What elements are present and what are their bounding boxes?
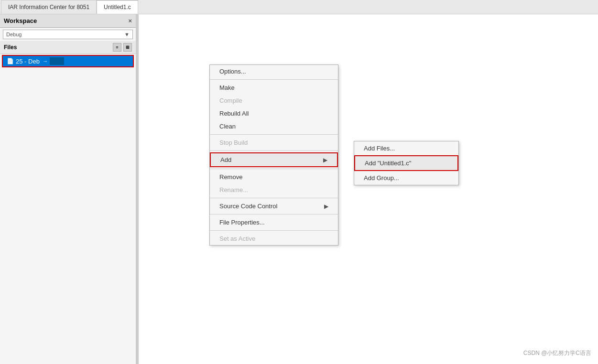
menu-separator-5 xyxy=(210,198,338,198)
workspace-panel: Workspace × Debug ▼ Files ≡ ⊞ 📄 25 - Deb… xyxy=(0,14,136,364)
workspace-close-button[interactable]: × xyxy=(128,17,132,24)
menu-separator-1 xyxy=(210,79,338,80)
menu-separator-7 xyxy=(210,230,338,231)
submenu-item-add-group[interactable]: Add Group... xyxy=(354,171,458,185)
submenu-add: Add Files... Add "Untitled1.c" Add Group… xyxy=(354,141,459,185)
submenu-item-add-untitled1c[interactable]: Add "Untitled1.c" xyxy=(354,155,458,171)
file-icon: 📄 xyxy=(7,58,14,64)
files-icons-area: ≡ ⊞ xyxy=(113,43,132,52)
menu-item-set-as-active: Set as Active xyxy=(210,232,338,245)
scc-submenu-arrow: ▶ xyxy=(324,203,328,210)
files-icon-1: ≡ xyxy=(113,43,121,52)
menu-item-rename: Rename... xyxy=(210,183,338,196)
debug-dropdown[interactable]: Debug ▼ xyxy=(3,30,133,39)
menu-item-compile: Compile xyxy=(210,94,338,107)
workspace-selected-item[interactable]: 📄 25 - Deb → xyxy=(2,55,134,67)
menu-item-source-code-control[interactable]: Source Code Control ▶ xyxy=(210,200,338,213)
context-menu: Options... Make Compile Rebuild All Cl xyxy=(209,64,338,246)
submenu-item-add-files[interactable]: Add Files... xyxy=(354,141,458,155)
workspace-title-bar: Workspace × xyxy=(0,14,136,28)
menu-item-remove[interactable]: Remove xyxy=(210,171,338,183)
content-area: Options... Make Compile Rebuild All Cl xyxy=(139,14,598,364)
menu-item-clean[interactable]: Clean xyxy=(210,120,338,133)
workspace-title: Workspace xyxy=(4,17,37,24)
menu-separator-3 xyxy=(210,150,338,151)
menu-item-stop-build: Stop Build xyxy=(210,136,338,149)
menu-item-make[interactable]: Make xyxy=(210,81,338,94)
menu-separator-4 xyxy=(210,169,338,169)
tab-bar: IAR Information Center for 8051 Untitled… xyxy=(0,0,598,14)
menu-separator-6 xyxy=(210,214,338,214)
menu-item-file-properties[interactable]: File Properties... xyxy=(210,216,338,229)
main-area: Workspace × Debug ▼ Files ≡ ⊞ 📄 25 - Deb… xyxy=(0,14,598,364)
watermark: CSDN @小忆努力学C语言 xyxy=(523,349,591,357)
tab-iar-info[interactable]: IAR Information Center for 8051 xyxy=(1,0,97,14)
files-icon-2: ⊞ xyxy=(123,43,132,52)
menu-item-rebuild-all[interactable]: Rebuild All xyxy=(210,107,338,120)
item-blue-bar xyxy=(50,57,64,65)
menu-item-add[interactable]: Add ▶ xyxy=(210,152,338,167)
app-window: IAR Information Center for 8051 Untitled… xyxy=(0,0,598,364)
menu-item-options[interactable]: Options... xyxy=(210,65,338,78)
tab-untitled1c[interactable]: Untitled1.c xyxy=(97,0,138,14)
menu-separator-2 xyxy=(210,134,338,135)
item-expand-arrow: → xyxy=(43,58,48,64)
add-submenu-arrow: ▶ xyxy=(323,157,327,163)
files-header: Files ≡ ⊞ xyxy=(0,41,136,54)
